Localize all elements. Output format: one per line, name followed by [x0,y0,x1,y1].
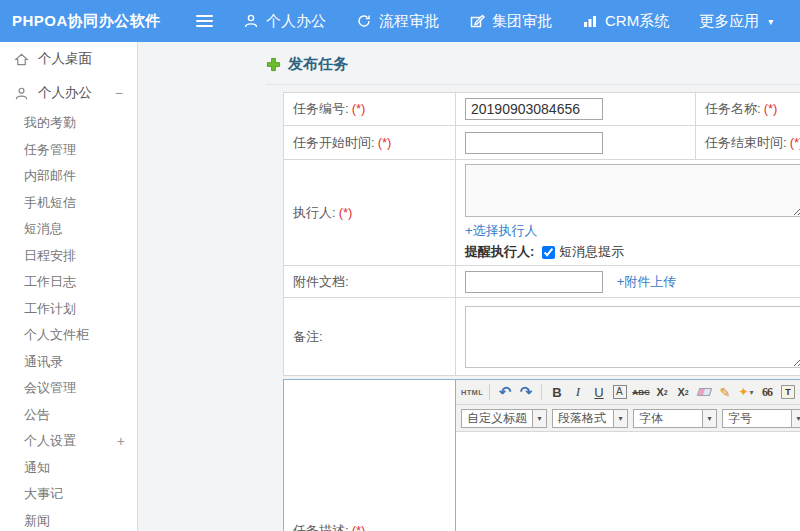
end-time-label: 任务结束时间: [705,135,787,150]
sidebar-item-label: 个人办公 [38,84,92,102]
task-name-label-cell: 任务名称:(*) [696,93,800,126]
remark-field-cell [456,298,800,376]
attachment-upload-link[interactable]: +附件上传 [617,274,677,289]
attachment-input[interactable] [465,271,603,293]
nav-crm-system[interactable]: CRM系统 [582,12,669,31]
undo-icon[interactable]: ↶ [496,383,514,402]
sidebar-item-short-message[interactable]: 短消息 [0,216,137,243]
sidebar-item-personal-office[interactable]: 个人办公 − [0,76,137,110]
description-editor-table: 任务描述:(*) HTML ↶ ↷ B I U A ABC X2 X2 [283,379,800,531]
sidebar-item-label: 内部邮件 [24,167,76,185]
user-icon [243,13,259,29]
dropdown-value: 字体 [634,410,702,427]
collapse-icon[interactable]: − [115,85,123,101]
required-marker: (*) [764,101,778,116]
caret-down-icon: ▾ [791,410,800,427]
font-family-dropdown[interactable]: 字体 ▾ [633,409,717,428]
sidebar-item-announcement[interactable]: 公告 [0,402,137,429]
hamburger-menu-icon[interactable] [196,12,213,30]
edit-icon [469,13,485,29]
font-size-dropdown[interactable]: 字号 ▾ [722,409,800,428]
sidebar-item-big-events[interactable]: 大事记 [0,481,137,508]
superscript-button[interactable]: X2 [653,383,671,402]
executor-label: 执行人: [293,205,336,220]
sidebar-item-label: 大事记 [24,485,63,503]
required-marker: (*) [352,101,366,116]
user-icon [14,86,29,101]
remark-label: 备注: [293,329,323,344]
dropdown-value: 自定义标题 [462,410,532,427]
remark-label-cell: 备注: [284,298,456,376]
sidebar-item-personal-settings[interactable]: 个人设置 + [0,428,137,455]
paste-from-word-button[interactable]: T [779,383,797,402]
blockquote-button[interactable]: 66 [758,383,776,402]
nav-label: 流程审批 [379,12,439,31]
sidebar-item-task-management[interactable]: 任务管理 [0,137,137,164]
editor-content-area[interactable] [456,432,800,531]
italic-button[interactable]: I [569,383,587,402]
font-box-button[interactable]: A [611,383,629,402]
attachment-label-cell: 附件文档: [284,266,456,298]
required-marker: (*) [339,205,353,220]
sidebar-item-news[interactable]: 新闻 [0,508,137,531]
format-brush-icon[interactable]: ✎ [716,383,734,402]
sup-base: X [656,386,663,398]
html-source-button[interactable]: HTML [461,383,483,402]
nav-personal-office[interactable]: 个人办公 [243,12,326,31]
underline-button[interactable]: U [590,383,608,402]
bold-button[interactable]: B [548,383,566,402]
redo-icon[interactable]: ↷ [517,383,535,402]
subscript-button[interactable]: X2 [674,383,692,402]
attachment-label: 附件文档: [293,274,349,289]
required-marker: (*) [352,523,366,531]
start-time-input[interactable] [465,132,603,154]
nav-label: CRM系统 [605,12,669,31]
sms-remind-checkbox[interactable] [542,246,555,259]
sidebar-item-label: 工作计划 [24,300,76,318]
executor-textarea[interactable] [465,164,800,217]
sidebar-item-notice[interactable]: 通知 [0,455,137,482]
sidebar-item-work-plan[interactable]: 工作计划 [0,296,137,323]
sup-mark: 2 [664,389,668,396]
nav-group-approval[interactable]: 集团审批 [469,12,552,31]
task-number-field-cell [456,93,696,126]
nav-label: 个人办公 [266,12,326,31]
sub-base: X [677,386,684,398]
description-label-cell: 任务描述:(*) [284,380,456,531]
dropdown-value: 段落格式 [553,410,613,427]
sidebar-item-schedule[interactable]: 日程安排 [0,243,137,270]
sms-remind-label: 短消息提示 [559,243,624,261]
choose-executor-link[interactable]: +选择执行人 [465,223,538,238]
nav-more-apps[interactable]: 更多应用 ▾ [699,12,773,31]
table-row: 备注: [284,298,800,376]
font-box-glyph: A [613,385,627,399]
sidebar-item-label: 个人桌面 [38,50,92,68]
editor-toolbar-row1: HTML ↶ ↷ B I U A ABC X2 X2 ✎ ✦▾ 66 T [456,380,800,405]
remark-textarea[interactable] [465,306,800,368]
sidebar-item-label: 任务管理 [24,141,76,159]
remind-executor-label: 提醒执行人: [465,243,534,261]
sidebar-item-contacts[interactable]: 通讯录 [0,349,137,376]
expand-icon[interactable]: + [117,433,125,449]
strikethrough-button[interactable]: ABC [632,383,650,402]
sidebar-item-label: 短消息 [24,220,63,238]
sidebar-item-internal-mail[interactable]: 内部邮件 [0,163,137,190]
table-row: 任务描述:(*) HTML ↶ ↷ B I U A ABC X2 X2 [284,380,800,531]
highlight-wand-button[interactable]: ✦▾ [737,383,755,402]
sidebar-item-label: 个人设置 [24,432,76,450]
sidebar-item-label: 个人文件柜 [24,326,89,344]
sidebar-item-personal-file-cabinet[interactable]: 个人文件柜 [0,322,137,349]
nav-workflow-approval[interactable]: 流程审批 [356,12,439,31]
sidebar-item-work-log[interactable]: 工作日志 [0,269,137,296]
sidebar-item-mobile-sms[interactable]: 手机短信 [0,190,137,217]
process-icon [356,13,372,29]
paragraph-format-dropdown[interactable]: 段落格式 ▾ [552,409,628,428]
sidebar-item-meeting-management[interactable]: 会议管理 [0,375,137,402]
eraser-icon[interactable] [695,383,713,402]
sidebar-item-my-attendance[interactable]: 我的考勤 [0,110,137,137]
custom-heading-dropdown[interactable]: 自定义标题 ▾ [461,409,547,428]
sidebar-item-label: 新闻 [24,512,50,530]
sidebar-item-personal-desktop[interactable]: 个人桌面 [0,42,137,76]
task-number-label: 任务编号: [293,101,349,116]
task-number-input[interactable] [465,98,603,120]
